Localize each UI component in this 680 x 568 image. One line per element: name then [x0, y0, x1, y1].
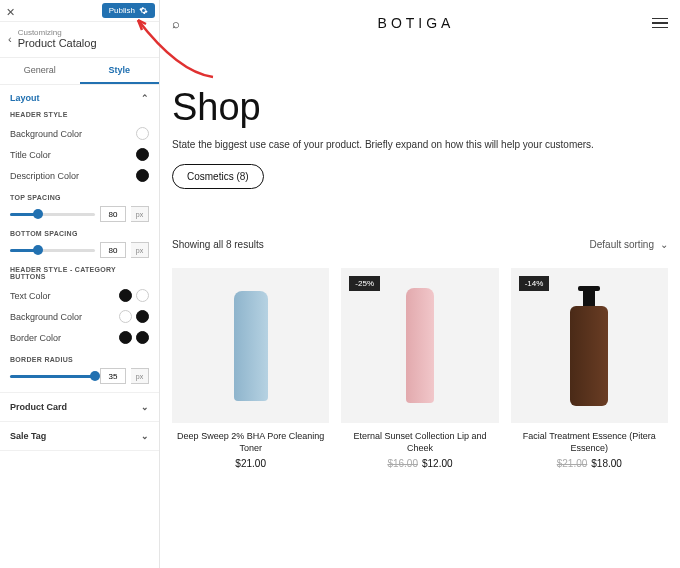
section-layout: Layout ⌃ HEADER STYLE Background Color T…	[0, 85, 159, 393]
customizer-header: ‹ Customizing Product Catalog	[0, 22, 159, 58]
bg-color-label: Background Color	[10, 129, 82, 139]
product-card[interactable]: -14% Facial Treatment Essence (Pitera Es…	[511, 268, 668, 469]
border-radius-unit: px	[131, 368, 149, 384]
bottle-icon	[570, 286, 608, 406]
old-price: $16.00	[387, 458, 418, 469]
menu-icon[interactable]	[652, 18, 668, 29]
top-spacing-slider[interactable]	[10, 213, 95, 216]
top-spacing-input[interactable]	[100, 206, 126, 222]
publish-button[interactable]: Publish	[102, 3, 155, 18]
customizing-label: Customizing	[18, 28, 97, 37]
bottom-spacing-slider[interactable]	[10, 249, 95, 252]
product-title: Facial Treatment Essence (Pitera Essence…	[511, 431, 668, 454]
row-bg-color: Background Color	[10, 123, 149, 144]
section-product-card[interactable]: Product Card ⌄	[0, 393, 159, 422]
gear-icon	[139, 6, 148, 15]
back-icon[interactable]: ‹	[8, 33, 12, 45]
product-card[interactable]: Deep Sweep 2% BHA Pore Cleaning Toner $2…	[172, 268, 329, 469]
customizer-panel: ✕ Publish ‹ Customizing Product Catalog …	[0, 0, 160, 568]
section-sale-tag[interactable]: Sale Tag ⌄	[0, 422, 159, 451]
results-bar: Showing all 8 results Default sorting ⌄	[172, 239, 668, 250]
title-color-swatch[interactable]	[136, 148, 149, 161]
top-spacing-control: px	[10, 206, 149, 222]
border-swatch-2[interactable]	[136, 331, 149, 344]
row-title-color: Title Color	[10, 144, 149, 165]
top-spacing-label: TOP SPACING	[10, 194, 149, 201]
sale-badge: -14%	[519, 276, 550, 291]
header-style-cat-label: HEADER STYLE - CATEGORY BUTTONS	[10, 266, 149, 280]
title-color-label: Title Color	[10, 150, 51, 160]
section-title: Product Catalog	[18, 37, 97, 49]
row-border-color: Border Color	[10, 327, 149, 348]
desc-color-label: Description Color	[10, 171, 79, 181]
border-radius-label: BORDER RADIUS	[10, 356, 149, 363]
product-price: $21.00$18.00	[511, 458, 668, 469]
site-preview: ⌕ BOTIGA Shop State the biggest use case…	[160, 0, 680, 568]
border-radius-slider[interactable]	[10, 375, 95, 378]
customizer-tabs: General Style	[0, 58, 159, 85]
border-radius-control: px	[10, 368, 149, 384]
product-title: Deep Sweep 2% BHA Pore Cleaning Toner	[172, 431, 329, 454]
header-style-label: HEADER STYLE	[10, 111, 149, 118]
customizer-topbar: Publish	[0, 0, 159, 22]
publish-label: Publish	[109, 6, 135, 15]
tab-general[interactable]: General	[0, 58, 80, 84]
results-count: Showing all 8 results	[172, 239, 264, 250]
bottom-spacing-unit: px	[131, 242, 149, 258]
old-price: $21.00	[557, 458, 588, 469]
row-desc-color: Description Color	[10, 165, 149, 186]
row-text-color: Text Color	[10, 285, 149, 306]
sale-tag-label: Sale Tag	[10, 431, 46, 441]
page-subtitle: State the biggest use case of your produ…	[172, 139, 668, 150]
desc-color-swatch[interactable]	[136, 169, 149, 182]
border-swatch-1[interactable]	[119, 331, 132, 344]
bottom-spacing-control: px	[10, 242, 149, 258]
product-card[interactable]: -25% Eternal Sunset Collection Lip and C…	[341, 268, 498, 469]
product-price: $21.00	[172, 458, 329, 469]
site-brand: BOTIGA	[378, 15, 455, 31]
chevron-up-icon: ⌃	[141, 93, 149, 103]
product-image	[172, 268, 329, 423]
bottle-icon	[234, 291, 268, 401]
bg-color-swatch[interactable]	[136, 127, 149, 140]
page-title: Shop	[172, 86, 668, 129]
chevron-down-icon: ⌄	[660, 239, 668, 250]
product-title: Eternal Sunset Collection Lip and Cheek	[341, 431, 498, 454]
text-color-swatch-1[interactable]	[119, 289, 132, 302]
chevron-down-icon: ⌄	[141, 431, 149, 441]
text-color-label: Text Color	[10, 291, 51, 301]
tab-style[interactable]: Style	[80, 58, 160, 84]
sort-dropdown[interactable]: Default sorting ⌄	[590, 239, 668, 250]
sort-label: Default sorting	[590, 239, 654, 250]
bottle-icon	[406, 288, 434, 403]
cat-bg-swatch-2[interactable]	[136, 310, 149, 323]
bottom-spacing-input[interactable]	[100, 242, 126, 258]
text-color-swatch-2[interactable]	[136, 289, 149, 302]
row-cat-bg-color: Background Color	[10, 306, 149, 327]
preview-header: ⌕ BOTIGA	[172, 0, 668, 46]
top-spacing-unit: px	[131, 206, 149, 222]
layout-header[interactable]: Layout ⌃	[10, 93, 149, 103]
close-icon[interactable]: ✕	[6, 6, 15, 19]
new-price: $12.00	[422, 458, 453, 469]
border-color-label: Border Color	[10, 333, 61, 343]
cat-bg-swatch-1[interactable]	[119, 310, 132, 323]
new-price: $18.00	[591, 458, 622, 469]
cat-bg-color-label: Background Color	[10, 312, 82, 322]
category-pill[interactable]: Cosmetics (8)	[172, 164, 264, 189]
sale-badge: -25%	[349, 276, 380, 291]
customizer-breadcrumb: Customizing Product Catalog	[18, 28, 97, 49]
search-icon[interactable]: ⌕	[172, 16, 180, 31]
product-image: -25%	[341, 268, 498, 423]
product-image: -14%	[511, 268, 668, 423]
product-card-label: Product Card	[10, 402, 67, 412]
border-radius-input[interactable]	[100, 368, 126, 384]
product-grid: Deep Sweep 2% BHA Pore Cleaning Toner $2…	[172, 268, 668, 469]
bottom-spacing-label: BOTTOM SPACING	[10, 230, 149, 237]
chevron-down-icon: ⌄	[141, 402, 149, 412]
layout-label: Layout	[10, 93, 40, 103]
product-price: $16.00$12.00	[341, 458, 498, 469]
